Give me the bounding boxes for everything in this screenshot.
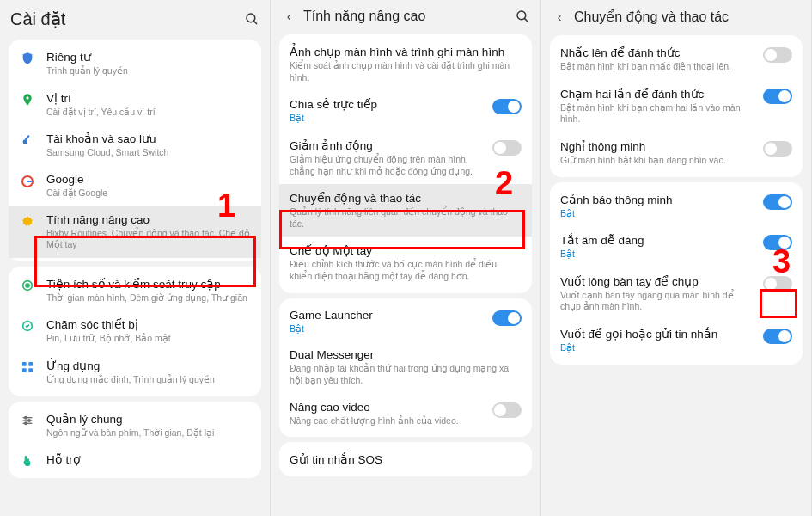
toggle[interactable]: [492, 402, 522, 418]
toggle[interactable]: [763, 329, 792, 344]
row-double-tap-wake[interactable]: Chạm hai lần để đánh thứcBật màn hình kh…: [550, 80, 803, 132]
row-direct-share[interactable]: Chia sẻ trực tiếpBật: [279, 90, 532, 132]
toggle[interactable]: [763, 194, 792, 210]
panel-header: Cài đặt: [0, 0, 270, 34]
row-one-handed[interactable]: Chế độ Một tayĐiều chỉnh kích thước và b…: [279, 236, 532, 289]
page-title: Chuyển động và thao tác: [574, 9, 801, 25]
toggle[interactable]: [763, 235, 792, 250]
row-label: Chạm hai lần để đánh thức: [560, 87, 753, 101]
pin-icon: [19, 93, 36, 107]
row-swipe-call-message[interactable]: Vuốt để gọi hoặc gửi tin nhắnBật: [550, 320, 803, 361]
row-label: Gửi tin nhắn SOS: [290, 452, 522, 466]
row-general[interactable]: Quản lý chungNgôn ngữ và bàn phím, Thời …: [9, 405, 261, 446]
row-sub: Cài đặt Google: [46, 187, 251, 200]
toggle[interactable]: [492, 310, 522, 326]
row-game-launcher[interactable]: Game LauncherBật: [279, 302, 532, 342]
card: Gửi tin nhắn SOS: [279, 442, 532, 476]
toggle[interactable]: [763, 47, 792, 63]
card: Quản lý chungNgôn ngữ và bàn phím, Thời …: [9, 402, 261, 479]
row-video-enhancer[interactable]: Nâng cao videoNâng cao chất lượng hình ả…: [279, 394, 532, 434]
row-label: Nghỉ thông minh: [560, 139, 753, 153]
row-reduce-animations[interactable]: Giảm ảnh độngGiảm hiệu ứng chuyển động t…: [279, 132, 532, 184]
svg-point-8: [26, 284, 29, 287]
row-sub: Bật màn hình khi bạn nhấc điện thoại lên…: [560, 61, 753, 73]
care-icon: [19, 319, 36, 333]
row-screenshots[interactable]: Ảnh chụp màn hình và trình ghi màn hìnhK…: [279, 38, 532, 90]
key-icon: [19, 133, 36, 147]
toggle[interactable]: [492, 99, 522, 114]
sliders-icon: [19, 414, 36, 427]
row-label: Google: [46, 173, 251, 186]
row-palm-swipe-capture[interactable]: Vuốt lòng bàn tay để chụpVuốt cạnh bàn t…: [550, 267, 803, 320]
row-label: Cảnh báo thông minh: [560, 193, 753, 206]
advanced-list: Ảnh chụp màn hình và trình ghi màn hìnhK…: [271, 29, 540, 487]
panel-header: ‹ Tính năng nâng cao: [271, 0, 540, 29]
row-label: Chia sẻ trực tiếp: [290, 97, 482, 111]
row-label: Ứng dụng: [46, 359, 251, 372]
row-sub: Vuốt cạnh bàn tay ngang qua màn hình để …: [560, 290, 753, 313]
row-sub: Cài đặt vị trí, Yêu cầu vị trí: [46, 107, 251, 119]
row-motions-gestures[interactable]: Chuyển động và thao tácQuản lý tính năng…: [279, 184, 532, 236]
toggle[interactable]: [492, 140, 522, 156]
row-label: Giảm ảnh động: [290, 138, 482, 152]
svg-line-21: [524, 18, 528, 22]
apps-icon: [19, 360, 36, 374]
card: Tiện ích số và kiểm soát truy cậpThời gi…: [9, 267, 261, 396]
google-icon: [19, 175, 36, 188]
svg-point-3: [23, 140, 27, 144]
panel-header: ‹ Chuyển động và thao tác: [541, 0, 811, 30]
row-label: Game Launcher: [290, 309, 482, 322]
row-label: Dual Messenger: [290, 348, 522, 361]
back-icon[interactable]: ‹: [552, 10, 567, 24]
row-label: Vuốt lòng bàn tay để chụp: [560, 274, 753, 288]
row-accounts[interactable]: Tài khoản và sao lưuSamsung Cloud, Smart…: [9, 125, 261, 166]
row-sub: Samsung Cloud, Smart Switch: [46, 147, 251, 159]
hand-icon: [19, 454, 36, 468]
back-icon[interactable]: ‹: [281, 9, 296, 23]
toggle[interactable]: [763, 89, 792, 104]
row-easy-mute[interactable]: Tắt âm dễ dàngBật: [550, 226, 803, 267]
row-sub: Thời gian màn hình, Đèm giờ ứng dụng, Th…: [46, 292, 251, 304]
search-icon[interactable]: [515, 9, 530, 24]
row-sub: Quản lý tính năng liên quan đến chuyển đ…: [290, 206, 522, 230]
svg-point-18: [28, 419, 31, 421]
row-lift-to-wake[interactable]: Nhấc lên để đánh thứcBật màn hình khi bạ…: [550, 39, 803, 80]
row-digital-wellbeing[interactable]: Tiện ích số và kiểm soát truy cậpThời gi…: [9, 270, 261, 311]
row-label: Tính năng nâng cao: [46, 213, 251, 226]
row-dual-messenger[interactable]: Dual MessengerĐăng nhập tài khoản thứ ha…: [279, 341, 532, 393]
row-label: Tài khoản và sao lưu: [46, 132, 251, 145]
row-apps[interactable]: Ứng dụngỨng dụng mặc định, Trình quản lý…: [9, 352, 261, 393]
row-label: Chế độ Một tay: [290, 243, 522, 257]
row-advanced-features[interactable]: Tính năng nâng caoBixby Routines, Chuyển…: [9, 206, 261, 258]
row-sub: Kiểm soát ảnh chụp màn hình và cài đặt t…: [290, 60, 522, 83]
row-google[interactable]: GoogleCài đặt Google: [9, 166, 261, 206]
row-sub: Bật: [290, 113, 482, 125]
row-sub: Bật: [560, 249, 753, 261]
card: Cảnh báo thông minhBật Tắt âm dễ dàngBật…: [550, 182, 803, 365]
search-icon[interactable]: [244, 11, 259, 27]
row-privacy[interactable]: Riêng tưTrình quản lý quyền: [9, 43, 261, 84]
row-sos[interactable]: Gửi tin nhắn SOS: [279, 445, 532, 473]
page-title: Cài đặt: [10, 9, 237, 29]
svg-rect-10: [22, 362, 27, 366]
row-smart-alert[interactable]: Cảnh báo thông minhBật: [550, 186, 803, 227]
row-sub: Bixby Routines, Chuyển động và thao tác,…: [46, 228, 251, 251]
svg-line-1: [253, 21, 257, 24]
row-device-care[interactable]: Chăm sóc thiết bịPin, Lưu trữ, Bộ nhớ, B…: [9, 310, 261, 352]
svg-point-19: [25, 422, 27, 425]
row-sub: Nâng cao chất lượng hình ảnh của video.: [290, 415, 482, 427]
svg-rect-12: [22, 368, 27, 372]
row-smart-stay[interactable]: Nghỉ thông minhGiữ màn hình bật khi bạn …: [550, 132, 803, 174]
row-sub: Bật: [560, 208, 753, 220]
row-sub: Ứng dụng mặc định, Trình quản lý quyền: [46, 374, 251, 386]
row-label: Vị trí: [46, 91, 251, 105]
row-support[interactable]: Hỗ trợ: [9, 445, 261, 475]
row-label: Nâng cao video: [290, 401, 482, 414]
toggle[interactable]: [763, 141, 792, 157]
row-sub: Bật màn hình khi bạn chạm hai lần vào mà…: [560, 102, 753, 126]
row-label: Tiện ích số và kiểm soát truy cập: [46, 277, 251, 291]
toggle[interactable]: [763, 276, 792, 292]
card: Nhấc lên để đánh thứcBật màn hình khi bạ…: [550, 35, 803, 177]
row-location[interactable]: Vị tríCài đặt vị trí, Yêu cầu vị trí: [9, 84, 261, 126]
settings-list: Riêng tưTrình quản lý quyền Vị tríCài đặ…: [0, 34, 270, 488]
